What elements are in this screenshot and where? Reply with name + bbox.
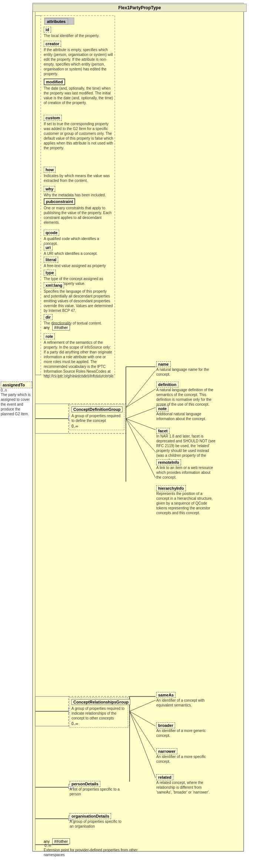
- concept-relationships-group-box: ConceptRelationshipsGroup A group of pro…: [70, 697, 128, 728]
- field-why: why Why the metadata has been included.: [44, 186, 113, 199]
- element-same-as: sameAs An identifier of a concept with e…: [156, 692, 238, 708]
- any-other-attributes: any ##other: [44, 325, 113, 330]
- element-definition: definition A natural language definition…: [156, 382, 238, 407]
- element-remote-info: remoteInfo A link to an item or a web re…: [156, 459, 238, 480]
- person-details-element: personDetails A list of properties speci…: [70, 781, 124, 797]
- svg-line-12: [126, 370, 156, 408]
- field-uri: uri A URI which identifies a concept.: [44, 245, 113, 257]
- field-xmllang: xml:lang Specifies the language of this …: [44, 282, 113, 315]
- svg-line-31: [130, 711, 156, 726]
- assigned-to-label: assignedTo: [1, 382, 32, 388]
- assigned-to-container: assignedTo 0..n The party which is assig…: [1, 382, 32, 416]
- svg-line-17: [126, 419, 156, 478]
- svg-line-33: [130, 711, 156, 778]
- field-creator: creator If the attribute is empty, speci…: [44, 41, 113, 78]
- page-title: Flex1PartyPropType: [33, 4, 247, 12]
- field-id: id The local identifier of the property.: [44, 27, 113, 40]
- field-custom: custom If set to true the corresponding …: [44, 115, 113, 152]
- element-hierarchy-info: hierarchyInfo Represents the position of…: [156, 485, 238, 515]
- any-other-bottom: any ##other 0..∞ Extension point for pro…: [44, 839, 155, 857]
- element-broader: broader An identifier of a more generic …: [156, 722, 238, 738]
- element-note: note Additional natural language informa…: [156, 406, 238, 421]
- svg-line-16: [126, 419, 156, 452]
- svg-line-15: [126, 419, 156, 430]
- svg-line-30: [130, 700, 156, 711]
- element-related: related A related concept, where the rel…: [156, 774, 238, 795]
- attributes-header: attributes: [44, 18, 68, 25]
- svg-line-13: [126, 389, 156, 408]
- element-name: name A natural language name for the con…: [156, 361, 238, 377]
- svg-line-14: [126, 408, 156, 419]
- concept-def-desc: A group of properties required to define…: [71, 413, 123, 423]
- concept-rel-desc: A group of properties required to indica…: [71, 706, 126, 721]
- concept-definition-group-box: ConceptDefinitionGroup A group of proper…: [70, 405, 124, 430]
- element-narrower: narrower An identifier of a more specifi…: [156, 748, 238, 764]
- field-modified: modified The date (and, optionally, the …: [44, 79, 113, 107]
- field-how: how Indicates by which means the value w…: [44, 167, 113, 184]
- element-facet: facet In NAR 1.8 and later, facet is dep…: [156, 428, 238, 463]
- concept-def-multiplicity: 0..∞: [71, 424, 123, 428]
- field-pubconstraint: pubconstraint One or many constraints th…: [44, 198, 113, 226]
- field-role: role A refinement of the semantics of th…: [44, 333, 113, 380]
- concept-rel-label: ConceptRelationshipsGroup: [71, 699, 130, 705]
- assigned-to-multiplicity: 0..n: [1, 388, 32, 392]
- svg-line-32: [130, 711, 156, 752]
- concept-def-label: ConceptDefinitionGroup: [71, 406, 123, 412]
- organisation-details-element: organisationDetails A group of propertie…: [70, 813, 124, 829]
- assigned-to-desc: The party which is assigned to cover the…: [1, 392, 32, 416]
